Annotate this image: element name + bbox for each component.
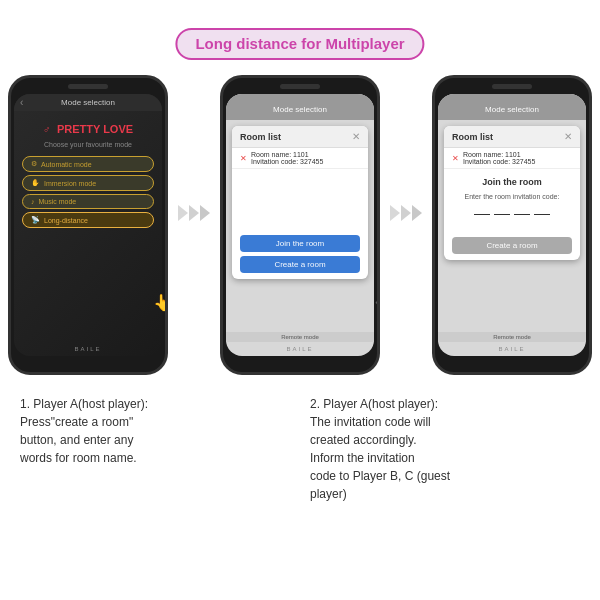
phone-3: Mode selection Room list ✕ ✕ Room name: …: [432, 75, 592, 375]
join-title: Join the room: [452, 177, 572, 187]
longdistance-label: Long-distance: [44, 217, 88, 224]
room-dialog-body: [232, 169, 368, 229]
arrow-2: [390, 205, 422, 221]
mode-music[interactable]: ♪ Music mode: [22, 194, 154, 209]
chevron-4: [390, 205, 400, 221]
chevron-6: [412, 205, 422, 221]
phone-1-subtitle: Choose your favourite mode: [14, 141, 162, 148]
phone-2-screen: Mode selection Room list ✕ ✕ Room name: …: [226, 94, 374, 356]
longdistance-icon: 📡: [31, 216, 40, 224]
phone-2-header: Mode selection: [226, 94, 374, 120]
dash-2: [494, 214, 510, 215]
create-room-button-3[interactable]: Create a room: [452, 237, 572, 254]
desc-col-2: 2. Player A(host player): The invitation…: [310, 395, 580, 503]
join-subtitle: Enter the room invitation code:: [452, 193, 572, 200]
phone-3-title: Mode selection: [485, 105, 539, 114]
finger-tap-icon: 👆: [153, 293, 168, 312]
music-label: Music mode: [39, 198, 77, 205]
logo-text: PRETTY LOVE: [57, 123, 133, 135]
dash-4: [534, 214, 550, 215]
title-text: Long distance for Multiplayer: [195, 35, 404, 52]
room-name-text: Room name: 1101: [251, 151, 323, 158]
room-dialog-3-header: Room list ✕: [444, 126, 580, 148]
chevron-2: [189, 205, 199, 221]
mode-longdistance[interactable]: 📡 Long-distance: [22, 212, 154, 228]
phone-2-title: Mode selection: [273, 105, 327, 114]
phone-1-header: ‹ Mode selection: [14, 94, 162, 111]
phones-row: ‹ Mode selection ♂ PRETTY LOVE Choose yo…: [0, 75, 600, 375]
mode-automatic[interactable]: ⚙ Automatic mode: [22, 156, 154, 172]
room-x-icon-3: ✕: [452, 154, 459, 163]
back-icon: ‹: [20, 97, 23, 108]
join-dialog-body: Join the room Enter the room invitation …: [444, 169, 580, 231]
description-area: 1. Player A(host player): Press"create a…: [0, 395, 600, 503]
arrow-1: [178, 205, 210, 221]
desc-text-1: 1. Player A(host player): Press"create a…: [20, 395, 290, 467]
room-name-text-3: Room name: 1101: [463, 151, 535, 158]
remote-mode-tab: Remote mode: [281, 334, 319, 340]
dash-3: [514, 214, 530, 215]
create-room-button[interactable]: Create a room: [240, 256, 360, 273]
invitation-code-text-3: Invitation code: 327455: [463, 158, 535, 165]
mode-immersion[interactable]: ✋ Immersion mode: [22, 175, 154, 191]
phone-1-title: Mode selection: [61, 98, 115, 107]
immersion-label: Immersion mode: [44, 180, 96, 187]
room-x-icon: ✕: [240, 154, 247, 163]
phone-3-footer: BAILE: [438, 346, 586, 352]
immersion-icon: ✋: [31, 179, 40, 187]
chevron-1: [178, 205, 188, 221]
desc-text-2: 2. Player A(host player): The invitation…: [310, 395, 580, 503]
phone-3-header: Mode selection: [438, 94, 586, 120]
room-name-row-3: ✕ Room name: 1101 Invitation code: 32745…: [444, 148, 580, 169]
create-arrow-icon: ↵: [375, 294, 380, 310]
join-room-button[interactable]: Join the room: [240, 235, 360, 252]
remote-mode-tab-3: Remote mode: [493, 334, 531, 340]
room-dialog-2-header: Room list ✕: [232, 126, 368, 148]
join-dashes: [452, 206, 572, 215]
chevron-5: [401, 205, 411, 221]
phone-2-tab: Remote mode: [226, 332, 374, 342]
phone-1-screen: ‹ Mode selection ♂ PRETTY LOVE Choose yo…: [14, 94, 162, 356]
room-name-row: ✕ Room name: 1101 Invitation code: 32745…: [232, 148, 368, 169]
title-banner: Long distance for Multiplayer: [175, 28, 424, 60]
close-icon[interactable]: ✕: [352, 131, 360, 142]
chevron-3: [200, 205, 210, 221]
phone-2-footer: BAILE: [226, 346, 374, 352]
logo-icon: ♂: [43, 124, 51, 135]
phone-2: Mode selection Room list ✕ ✕ Room name: …: [220, 75, 380, 375]
dash-1: [474, 214, 490, 215]
desc-col-1: 1. Player A(host player): Press"create a…: [20, 395, 290, 503]
automatic-icon: ⚙: [31, 160, 37, 168]
phone-1: ‹ Mode selection ♂ PRETTY LOVE Choose yo…: [8, 75, 168, 375]
automatic-label: Automatic mode: [41, 161, 92, 168]
close-icon-3[interactable]: ✕: [564, 131, 572, 142]
room-dialog-2-title: Room list: [240, 132, 281, 142]
room-dialog-3: Room list ✕ ✕ Room name: 1101 Invitation…: [444, 126, 580, 260]
phone-1-logo: ♂ PRETTY LOVE: [14, 111, 162, 141]
phone-3-screen: Mode selection Room list ✕ ✕ Room name: …: [438, 94, 586, 356]
room-dialog-buttons: Join the room Create a room: [232, 229, 368, 279]
phone-3-tab: Remote mode: [438, 332, 586, 342]
music-icon: ♪: [31, 198, 35, 205]
room-dialog-3-buttons: Create a room: [444, 231, 580, 260]
room-dialog-3-title: Room list: [452, 132, 493, 142]
invitation-code-text: Invitation code: 327455: [251, 158, 323, 165]
phone-1-footer: BAILE: [14, 346, 162, 352]
room-dialog-2: Room list ✕ ✕ Room name: 1101 Invitation…: [232, 126, 368, 279]
